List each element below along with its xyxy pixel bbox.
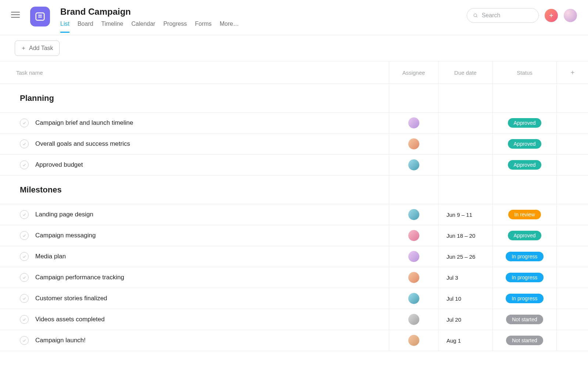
tab-list[interactable]: List [60, 21, 69, 33]
task-name: Campaign brief and launch timeline [35, 119, 133, 127]
assignee-avatar[interactable] [408, 230, 419, 241]
task-row[interactable]: Campaign launch! Aug 1 Not started [0, 330, 588, 351]
col-status: Status [492, 61, 556, 84]
status-pill[interactable]: In progress [506, 273, 543, 282]
svg-point-3 [474, 14, 477, 17]
assignee-avatar[interactable] [408, 138, 419, 149]
col-assignee: Assignee [389, 61, 438, 84]
check-icon [22, 121, 26, 125]
task-name: Landing page design [35, 211, 93, 218]
due-date[interactable] [438, 113, 492, 133]
complete-checkbox[interactable] [20, 210, 29, 219]
status-pill[interactable]: In progress [506, 294, 543, 303]
task-row[interactable]: Campaign performance tracking Jul 3 In p… [0, 267, 588, 288]
task-name: Overall goals and success metrics [35, 140, 130, 148]
status-pill[interactable]: Approved [508, 231, 542, 240]
svg-line-4 [476, 17, 477, 17]
due-date[interactable]: Jun 18 – 20 [438, 225, 492, 246]
assignee-avatar[interactable] [408, 293, 419, 304]
status-pill[interactable]: Approved [508, 160, 542, 170]
complete-checkbox[interactable] [20, 315, 29, 324]
task-row[interactable]: Landing page design Jun 9 – 11 In review [0, 204, 588, 225]
menu-toggle[interactable] [11, 10, 20, 19]
search-box[interactable] [467, 8, 539, 23]
due-date[interactable] [438, 134, 492, 154]
check-icon [22, 317, 26, 322]
assignee-avatar[interactable] [408, 117, 419, 128]
assignee-avatar[interactable] [408, 251, 419, 262]
due-date[interactable]: Aug 1 [438, 330, 492, 351]
global-add-button[interactable] [545, 9, 558, 22]
task-name: Customer stories finalized [35, 295, 107, 302]
check-icon [22, 212, 26, 217]
assignee-avatar[interactable] [408, 335, 419, 346]
tab-board[interactable]: Board [78, 21, 93, 33]
status-pill[interactable]: In progress [506, 252, 543, 261]
search-input[interactable] [482, 12, 533, 19]
check-icon [22, 275, 26, 280]
plus-icon [21, 46, 26, 51]
add-task-label: Add Task [29, 45, 53, 52]
due-date[interactable] [438, 155, 492, 175]
status-pill[interactable]: Not started [506, 315, 543, 324]
due-date[interactable]: Jul 10 [438, 288, 492, 309]
column-header: Task name Assignee Due date Status [0, 61, 588, 84]
task-name: Campaign messaging [35, 232, 96, 239]
tab-more[interactable]: More… [220, 21, 239, 33]
due-date[interactable]: Jun 9 – 11 [438, 204, 492, 225]
task-row[interactable]: Media plan Jun 25 – 26 In progress [0, 246, 588, 267]
task-row[interactable]: Customer stories finalized Jul 10 In pro… [0, 288, 588, 309]
complete-checkbox[interactable] [20, 252, 29, 261]
task-name: Media plan [35, 253, 66, 260]
task-row[interactable]: Campaign messaging Jun 18 – 20 Approved [0, 225, 588, 246]
task-name: Approved budget [35, 161, 83, 169]
status-pill[interactable]: Approved [508, 118, 542, 128]
complete-checkbox[interactable] [20, 160, 29, 169]
assignee-avatar[interactable] [408, 209, 419, 220]
tab-timeline[interactable]: Timeline [101, 21, 123, 33]
check-icon [22, 163, 26, 167]
complete-checkbox[interactable] [20, 139, 29, 148]
check-icon [22, 296, 26, 301]
task-row[interactable]: Campaign brief and launch timeline Appro… [0, 113, 588, 134]
section-title[interactable]: Planning [0, 93, 389, 103]
task-row[interactable]: Overall goals and success metrics Approv… [0, 134, 588, 155]
add-task-button[interactable]: Add Task [15, 40, 60, 56]
task-name: Campaign launch! [35, 337, 86, 344]
project-title: Brand Campaign [60, 7, 467, 17]
plus-icon [570, 70, 576, 75]
add-column-button[interactable] [556, 61, 588, 84]
tab-progress[interactable]: Progress [163, 21, 187, 33]
search-icon [473, 13, 478, 18]
status-pill[interactable]: In review [508, 210, 541, 219]
complete-checkbox[interactable] [20, 294, 29, 303]
due-date[interactable]: Jul 3 [438, 267, 492, 288]
complete-checkbox[interactable] [20, 231, 29, 240]
due-date[interactable]: Jul 20 [438, 309, 492, 330]
project-icon [30, 7, 50, 26]
task-name: Campaign performance tracking [35, 274, 124, 281]
check-icon [22, 338, 26, 343]
col-due-date: Due date [438, 61, 492, 84]
check-icon [22, 142, 26, 146]
col-task-name: Task name [0, 61, 389, 84]
complete-checkbox[interactable] [20, 336, 29, 345]
check-icon [22, 254, 26, 259]
status-pill[interactable]: Approved [508, 139, 542, 149]
assignee-avatar[interactable] [408, 159, 419, 170]
status-pill[interactable]: Not started [506, 336, 543, 345]
tab-calendar[interactable]: Calendar [131, 21, 155, 33]
profile-avatar[interactable] [564, 9, 577, 22]
task-name: Videos assets completed [35, 316, 105, 323]
tab-forms[interactable]: Forms [195, 21, 211, 33]
check-icon [22, 233, 26, 238]
complete-checkbox[interactable] [20, 273, 29, 282]
task-row[interactable]: Approved budget Approved [0, 155, 588, 176]
section-title[interactable]: Milestones [0, 185, 389, 195]
assignee-avatar[interactable] [408, 314, 419, 325]
complete-checkbox[interactable] [20, 118, 29, 127]
assignee-avatar[interactable] [408, 272, 419, 283]
due-date[interactable]: Jun 25 – 26 [438, 246, 492, 267]
task-row[interactable]: Videos assets completed Jul 20 Not start… [0, 309, 588, 330]
